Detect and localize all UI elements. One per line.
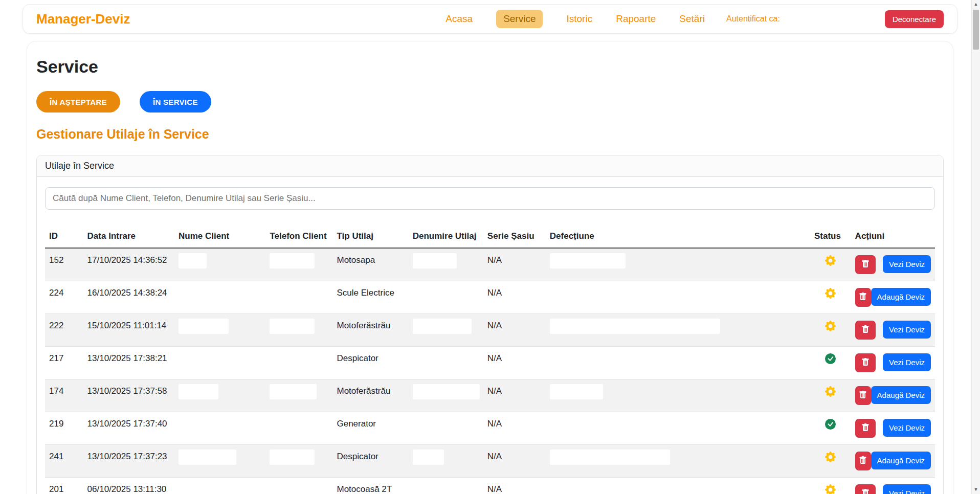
delete-button[interactable] xyxy=(855,255,876,274)
status-check-icon[interactable] xyxy=(825,419,836,430)
cell-id: 217 xyxy=(45,347,83,379)
deviz-button[interactable]: Adaugă Deviz xyxy=(871,386,931,404)
filter-in-service-button[interactable]: ÎN SERVICE xyxy=(140,91,211,113)
col-header-data-intrare: Data Intrare xyxy=(83,228,174,248)
cell-id: 201 xyxy=(45,478,83,494)
cell-defectiune xyxy=(546,445,810,478)
status-gear-icon[interactable] xyxy=(825,452,836,462)
cell-defectiune xyxy=(546,379,810,412)
cell-nume-client xyxy=(174,412,265,445)
redacted-text xyxy=(550,384,603,399)
col-header-actiuni: Acțiuni xyxy=(851,228,935,248)
cell-denumire-utilaj xyxy=(409,314,483,347)
row-actions: Vezi Deviz xyxy=(855,321,931,340)
trash-icon xyxy=(861,325,870,335)
cell-id: 222 xyxy=(45,314,83,347)
cell-telefon-client xyxy=(265,248,332,281)
cell-nume-client xyxy=(174,281,265,314)
cell-actiuni: Vezi Deviz xyxy=(851,248,935,281)
delete-button[interactable] xyxy=(855,321,876,340)
deviz-button[interactable]: Vezi Deviz xyxy=(883,321,931,339)
scrollbar-down-arrow-icon[interactable]: ▼ xyxy=(972,485,980,494)
cell-telefon-client xyxy=(265,314,332,347)
nav-link-rapoarte[interactable]: Rapoarte xyxy=(616,13,656,25)
page-title: Service xyxy=(36,57,944,77)
delete-button[interactable] xyxy=(855,484,876,494)
utilaje-in-service-card: Utilaje în Service ID Data Intrare Nume … xyxy=(36,155,944,494)
cell-status xyxy=(810,347,851,379)
status-gear-icon[interactable] xyxy=(825,321,836,331)
col-header-nume-client: Nume Client xyxy=(174,228,265,248)
status-gear-icon[interactable] xyxy=(825,484,836,494)
nav-link-acasa[interactable]: Acasa xyxy=(446,13,473,25)
deviz-button[interactable]: Vezi Deviz xyxy=(883,255,931,273)
status-check-icon[interactable] xyxy=(825,353,836,364)
col-header-telefon-client: Telefon Client xyxy=(265,228,332,248)
table-row: 15217/10/2025 14:36:52MotosapaN/AVezi De… xyxy=(45,248,935,281)
cell-id: 152 xyxy=(45,248,83,281)
cell-denumire-utilaj xyxy=(409,478,483,494)
trash-icon xyxy=(861,489,870,494)
cell-nume-client xyxy=(174,314,265,347)
delete-button[interactable] xyxy=(855,288,871,307)
cell-actiuni: Vezi Deviz xyxy=(851,314,935,347)
brand-logo[interactable]: Manager-Deviz xyxy=(36,11,130,27)
cell-status xyxy=(810,314,851,347)
deviz-button[interactable]: Vezi Deviz xyxy=(883,353,931,371)
redacted-text xyxy=(270,319,315,334)
deviz-button[interactable]: Adaugă Deviz xyxy=(871,288,931,306)
auth-status-text: Autentificat ca: xyxy=(726,14,780,24)
cell-serie-sasiu: N/A xyxy=(483,412,546,445)
row-actions: Vezi Deviz xyxy=(855,353,931,372)
deviz-button[interactable]: Vezi Deviz xyxy=(883,419,931,437)
service-table-body: 15217/10/2025 14:36:52MotosapaN/AVezi De… xyxy=(45,248,935,494)
cell-defectiune xyxy=(546,478,810,494)
cell-actiuni: Vezi Deviz xyxy=(851,347,935,379)
cell-data-intrare: 16/10/2025 14:38:24 xyxy=(83,281,174,314)
delete-button[interactable] xyxy=(855,353,876,372)
status-gear-icon[interactable] xyxy=(825,386,836,397)
deviz-button[interactable]: Vezi Deviz xyxy=(883,484,931,494)
cell-data-intrare: 13/10/2025 17:38:21 xyxy=(83,347,174,379)
redacted-text xyxy=(413,319,472,334)
redacted-text xyxy=(413,253,457,268)
trash-icon xyxy=(859,293,867,302)
redacted-text xyxy=(550,319,720,334)
delete-button[interactable] xyxy=(855,452,871,470)
filter-buttons: ÎN AȘTEPTARE ÎN SERVICE xyxy=(36,91,944,113)
cell-telefon-client xyxy=(265,379,332,412)
nav-link-setari[interactable]: Setări xyxy=(679,13,705,25)
cell-nume-client xyxy=(174,478,265,494)
cell-nume-client xyxy=(174,445,265,478)
nav-link-istoric[interactable]: Istoric xyxy=(566,13,592,25)
cell-actiuni: Adaugă Deviz xyxy=(851,281,935,314)
deviz-button[interactable]: Adaugă Deviz xyxy=(871,452,931,469)
table-row: 21913/10/2025 17:37:40GeneratorN/AVezi D… xyxy=(45,412,935,445)
cell-serie-sasiu: N/A xyxy=(483,347,546,379)
cell-defectiune xyxy=(546,281,810,314)
cell-data-intrare: 17/10/2025 14:36:52 xyxy=(83,248,174,281)
scrollbar-up-arrow-icon[interactable]: ▲ xyxy=(972,0,980,9)
scrollbar-thumb[interactable] xyxy=(973,10,979,50)
status-gear-icon[interactable] xyxy=(825,255,836,266)
filter-in-asteptare-button[interactable]: ÎN AȘTEPTARE xyxy=(36,91,120,113)
cell-actiuni: Vezi Deviz xyxy=(851,478,935,494)
delete-button[interactable] xyxy=(855,386,871,405)
search-input[interactable] xyxy=(45,187,935,210)
cell-defectiune xyxy=(546,248,810,281)
cell-tip-utilaj: Motoferăstrău xyxy=(332,379,408,412)
vertical-scrollbar[interactable]: ▲ ▼ xyxy=(971,0,980,494)
cell-telefon-client xyxy=(265,445,332,478)
cell-status xyxy=(810,379,851,412)
status-gear-icon[interactable] xyxy=(825,288,836,299)
col-header-id: ID xyxy=(45,228,83,248)
trash-icon xyxy=(859,456,867,466)
logout-button[interactable]: Deconectare xyxy=(885,10,944,28)
cell-nume-client xyxy=(174,379,265,412)
delete-button[interactable] xyxy=(855,419,876,438)
nav-link-service[interactable]: Service xyxy=(496,10,543,28)
cell-telefon-client xyxy=(265,478,332,494)
cell-id: 241 xyxy=(45,445,83,478)
cell-id: 174 xyxy=(45,379,83,412)
cell-denumire-utilaj xyxy=(409,281,483,314)
